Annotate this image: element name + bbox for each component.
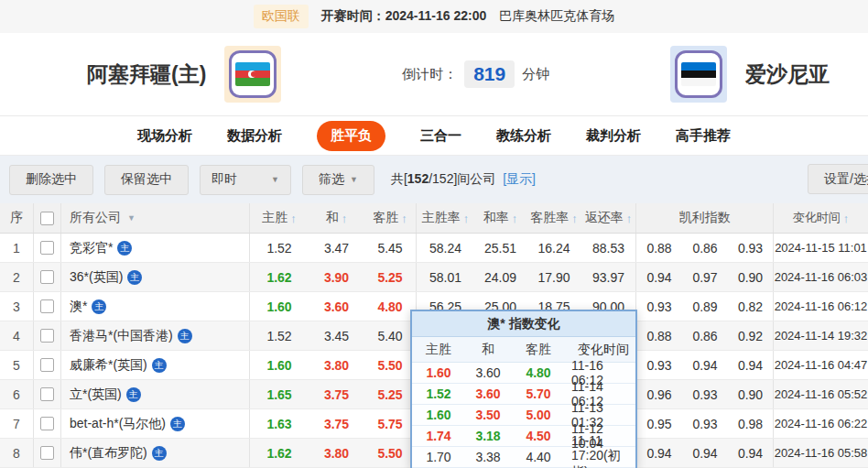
tab-coach-analysis[interactable]: 教练分析	[496, 127, 551, 145]
away-odds: 5.45	[364, 234, 417, 262]
company-name[interactable]: 威廉希*(英国)	[70, 357, 147, 374]
row-checkbox[interactable]	[40, 329, 54, 343]
popup-draw-odds: 3.18	[465, 429, 511, 443]
away-odds: 5.50	[364, 351, 417, 379]
kelly-value: 0.94	[728, 439, 774, 467]
venue-name: 巴库奥林匹克体育场	[499, 8, 614, 25]
kelly-value: 0.96	[636, 380, 682, 408]
row-checkbox[interactable]	[40, 446, 54, 460]
filter-caret-icon: ▼	[127, 213, 136, 223]
col-change-time[interactable]: 变化时间↑	[774, 203, 868, 233]
tab-three-in-one[interactable]: 三合一	[420, 127, 461, 145]
return-rate: 93.97	[581, 263, 636, 291]
draw-odds: 3.90	[309, 263, 364, 291]
home-rate: 58.24	[417, 234, 474, 262]
tab-live-analysis[interactable]: 现场分析	[137, 127, 192, 145]
kelly-value: 0.86	[682, 234, 728, 262]
main-company-icon: 主	[178, 329, 192, 343]
row-checkbox[interactable]	[40, 241, 54, 255]
table-row: 236*(英国)主1.623.905.2558.0124.0917.9093.9…	[0, 263, 868, 292]
away-rate: 17.90	[526, 263, 581, 291]
row-index: 3	[0, 292, 34, 321]
popup-draw-odds: 3.50	[465, 408, 511, 422]
popup-title: 澳* 指数变化	[412, 311, 635, 337]
home-flag-box	[224, 46, 281, 103]
company-cell: 伟*(直布罗陀)主	[61, 439, 250, 467]
select-all-checkbox[interactable]	[40, 212, 54, 225]
home-odds: 1.63	[250, 409, 309, 438]
company-cell: 澳*主	[61, 292, 250, 321]
home-odds: 1.52	[250, 321, 309, 350]
sort-asc-icon: ↑	[290, 212, 297, 225]
kickoff-time: 开赛时间：2024-11-16 22:00	[321, 8, 487, 25]
row-checkbox[interactable]	[40, 299, 54, 313]
change-time: 2024-11-16 05:58	[774, 439, 868, 467]
instant-dropdown[interactable]: 即时 ▼	[200, 165, 291, 195]
match-info-bar: 欧国联 开赛时间：2024-11-16 22:00 巴库奥林匹克体育场	[0, 0, 868, 33]
main-company-icon: 主	[152, 446, 167, 461]
kelly-value: 0.90	[728, 380, 774, 408]
company-name[interactable]: 香港马*(中国香港)	[70, 328, 173, 344]
col-away-odds[interactable]: 客胜↑	[364, 203, 417, 233]
chevron-down-icon: ▼	[350, 175, 358, 184]
change-time: 2024-11-16 06:03	[774, 263, 868, 291]
company-name[interactable]: 36*(英国)	[70, 269, 123, 286]
popup-away-odds: 4.80	[511, 365, 566, 380]
odds-change-popup: 澳* 指数变化 主胜 和 客胜 变化时间 1.603.604.8011-16 0…	[410, 310, 637, 468]
main-company-icon: 主	[117, 241, 132, 256]
match-header: 阿塞拜疆(主) 倒计时： 819 分钟	[0, 33, 868, 116]
row-index: 5	[0, 351, 34, 379]
show-link[interactable]: [显示]	[503, 171, 536, 186]
away-team-block: 爱沙尼亚	[670, 46, 830, 103]
kelly-value: 0.93	[728, 234, 774, 262]
col-home-rate[interactable]: 主胜率↑	[417, 203, 474, 233]
company-name[interactable]: 竞彩官*	[70, 240, 113, 256]
row-index: 6	[0, 380, 34, 408]
row-checkbox[interactable]	[40, 417, 54, 430]
company-name[interactable]: 立*(英国)	[70, 386, 122, 403]
tab-win-draw-lose[interactable]: 胜平负	[317, 121, 385, 151]
countdown: 倒计时： 819 分钟	[402, 60, 549, 88]
company-name[interactable]: 澳*	[70, 299, 87, 315]
col-select-all[interactable]	[34, 203, 61, 233]
row-checkbox[interactable]	[40, 358, 54, 372]
kelly-value: 0.98	[728, 409, 774, 438]
home-odds: 1.60	[250, 292, 309, 321]
kelly-value: 0.94	[682, 351, 728, 379]
away-odds: 4.80	[364, 292, 417, 321]
row-checkbox[interactable]	[40, 270, 54, 284]
popup-draw-odds: 3.60	[465, 365, 511, 380]
keep-selected-button[interactable]: 保留选中	[104, 165, 189, 195]
col-company[interactable]: 所有公司 ▼	[61, 203, 250, 233]
kelly-value: 0.93	[636, 351, 682, 379]
tab-data-analysis[interactable]: 数据分析	[227, 127, 282, 145]
col-away-rate[interactable]: 客胜率↑	[526, 203, 581, 233]
odds-toolbar: 删除选中 保留选中 即时 ▼ 筛选 ▼ 共[152/152]间公司 [显示] 设…	[0, 156, 868, 203]
row-select-cell	[34, 380, 61, 408]
col-draw-odds[interactable]: 和↑	[309, 203, 364, 233]
company-name[interactable]: 伟*(直布罗陀)	[70, 445, 147, 462]
company-name[interactable]: bet-at-h*(马尔他)	[70, 416, 166, 432]
kelly-value: 0.94	[728, 351, 774, 379]
away-odds: 5.25	[364, 263, 417, 291]
away-team-name: 爱沙尼亚	[745, 60, 830, 89]
row-checkbox[interactable]	[40, 387, 54, 401]
delete-selected-button[interactable]: 删除选中	[9, 165, 93, 195]
tab-referee-analysis[interactable]: 裁判分析	[586, 127, 641, 145]
row-select-cell	[34, 351, 61, 379]
sort-asc-icon: ↑	[571, 212, 578, 225]
home-odds: 1.65	[250, 380, 309, 408]
col-return-rate[interactable]: 返还率↑	[581, 203, 636, 233]
kelly-value: 0.93	[682, 409, 728, 438]
tab-expert-tips[interactable]: 高手推荐	[676, 127, 731, 145]
filter-dropdown[interactable]: 筛选 ▼	[302, 165, 374, 195]
row-select-cell	[34, 409, 61, 438]
countdown-value: 819	[464, 60, 515, 88]
return-rate: 88.53	[581, 234, 636, 262]
company-cell: bet-at-h*(马尔他)主	[61, 409, 250, 438]
kelly-value: 0.94	[682, 439, 728, 467]
row-select-cell	[34, 321, 61, 350]
col-draw-rate[interactable]: 和率↑	[474, 203, 526, 233]
col-home-odds[interactable]: 主胜↑	[250, 203, 309, 233]
settings-button[interactable]: 设置/选择	[808, 164, 868, 194]
